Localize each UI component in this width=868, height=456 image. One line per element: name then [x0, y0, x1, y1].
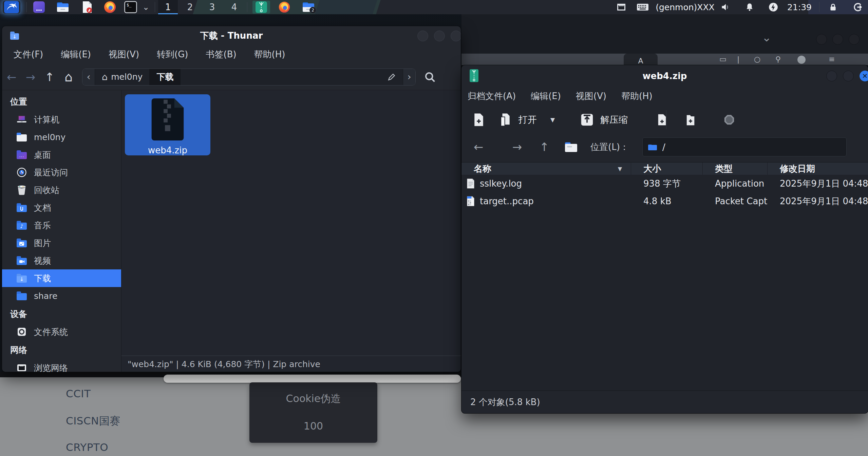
sidebar-item-share[interactable]: share: [2, 287, 121, 305]
breadcrumb-scroll-left[interactable]: ‹: [82, 69, 95, 85]
kali-menu-button[interactable]: [3, 1, 20, 14]
logout-button[interactable]: [850, 1, 865, 14]
sidebar-item-filesystem[interactable]: 文件系统: [2, 323, 121, 341]
workspace-4[interactable]: 4: [224, 0, 244, 14]
breadcrumb-scroll-right[interactable]: ›: [403, 69, 415, 85]
file-manager-launcher[interactable]: [54, 1, 71, 14]
add-folder-button[interactable]: [685, 114, 696, 126]
sidebar-toggle-icon[interactable]: ▭: [719, 55, 727, 63]
edit-path-button[interactable]: [380, 69, 403, 85]
task-button-file-manager[interactable]: 2: [299, 1, 318, 14]
challenge-card[interactable]: Cookie伪造 100: [249, 382, 377, 443]
column-header-size[interactable]: 大小: [631, 163, 703, 175]
back-icon[interactable]: ←: [469, 140, 488, 154]
sidebar-item-computer[interactable]: 计算机: [2, 111, 121, 128]
menu-view[interactable]: 视图(V): [109, 49, 139, 60]
avatar[interactable]: [797, 56, 806, 64]
sidebar-item-documents[interactable]: 文档: [2, 199, 121, 216]
column-header-date[interactable]: 修改日期: [768, 163, 868, 175]
menu-file[interactable]: 文件(F): [14, 49, 43, 60]
text-editor-launcher[interactable]: [79, 1, 95, 14]
back-icon[interactable]: ←: [2, 70, 21, 84]
search-button[interactable]: [424, 71, 436, 83]
notifications-tray-icon[interactable]: [742, 1, 757, 14]
launcher-dropdown-icon[interactable]: ⌄: [141, 1, 151, 14]
workspace-1[interactable]: 1: [158, 0, 178, 14]
category-link-crypto[interactable]: CRYPTO: [66, 441, 108, 453]
column-header-type[interactable]: 类型: [703, 163, 768, 175]
sidebar-item-downloads[interactable]: ↓ 下载: [2, 269, 121, 287]
menu-bookmarks[interactable]: 书签(B): [206, 49, 236, 60]
clock[interactable]: 21:39: [783, 1, 816, 14]
forward-icon[interactable]: →: [21, 70, 40, 84]
add-file-button[interactable]: [657, 114, 667, 126]
workspace-2[interactable]: 2: [180, 0, 200, 14]
forward-icon[interactable]: →: [508, 140, 527, 154]
archiver-titlebar[interactable]: web4.zip ✕: [461, 65, 868, 87]
sidebar-item-pictures[interactable]: 图片: [2, 234, 121, 252]
menu-help[interactable]: 帮助(H): [254, 49, 285, 60]
open-dropdown-icon[interactable]: ▼: [550, 116, 555, 123]
chevron-down-icon[interactable]: ⌄: [762, 31, 772, 44]
app-launcher-button[interactable]: [31, 1, 47, 14]
home-folder-button[interactable]: [564, 141, 578, 153]
ethernet-tray-icon[interactable]: [613, 1, 630, 14]
horizontal-scrollbar[interactable]: [164, 375, 461, 383]
sidebar-item-home[interactable]: mel0ny: [2, 128, 121, 146]
breadcrumb-current-button[interactable]: 下载: [150, 69, 181, 85]
browser-tab-partial[interactable]: A: [624, 54, 658, 65]
close-button[interactable]: ✕: [860, 71, 868, 81]
minimize-button[interactable]: [816, 34, 827, 45]
sidebar-item-desktop[interactable]: ... 桌面: [2, 146, 121, 164]
keyboard-tray-icon[interactable]: [633, 1, 652, 14]
task-button-archiver[interactable]: [252, 1, 270, 14]
firefox-launcher[interactable]: [102, 1, 118, 14]
power-manager-tray-icon[interactable]: [766, 1, 781, 14]
table-row[interactable]: target..pcap 4.8 kB Packet Capt... 2025年…: [461, 192, 868, 210]
sidebar-item-recent[interactable]: 最近访问: [2, 164, 121, 181]
table-row[interactable]: sslkey.log 938 字节 Application ... 2025年9…: [461, 175, 868, 192]
file-web4-zip[interactable]: web4.zip: [125, 94, 210, 155]
terminal-launcher[interactable]: $_: [122, 1, 139, 14]
menu-edit[interactable]: 编辑(E): [61, 49, 91, 60]
stop-button[interactable]: [723, 114, 735, 126]
menu-icon[interactable]: ≡: [829, 55, 835, 63]
up-icon[interactable]: ↑: [535, 140, 554, 154]
column-header-name[interactable]: 名称 ▼: [461, 163, 631, 175]
minimize-button[interactable]: [826, 71, 837, 81]
volume-tray-icon[interactable]: [717, 1, 734, 14]
maximize-button[interactable]: [843, 71, 854, 81]
maximize-button[interactable]: [832, 34, 843, 45]
extract-button[interactable]: [581, 113, 593, 127]
up-icon[interactable]: ↑: [40, 70, 59, 84]
category-link-ccit[interactable]: CCIT: [66, 387, 91, 400]
menu-edit[interactable]: 编辑(E): [531, 90, 561, 102]
lock-screen-button[interactable]: [825, 1, 841, 14]
workspace-3[interactable]: 3: [202, 0, 222, 14]
minimize-button[interactable]: [417, 31, 428, 41]
home-icon[interactable]: ⌂: [59, 70, 78, 84]
task-button-firefox[interactable]: [276, 1, 293, 14]
sidebar-item-trash[interactable]: 回收站: [2, 181, 121, 199]
location-input[interactable]: /: [642, 137, 847, 156]
new-archive-button[interactable]: [473, 113, 485, 127]
extract-button-label[interactable]: 解压缩: [600, 114, 628, 126]
menu-archive[interactable]: 归档文件(A): [468, 90, 516, 102]
close-button[interactable]: [849, 34, 860, 45]
menu-go[interactable]: 转到(G): [157, 49, 188, 60]
open-button-label[interactable]: 打开: [518, 114, 537, 126]
close-button[interactable]: [451, 31, 461, 41]
sidebar-item-videos[interactable]: 视频: [2, 252, 121, 269]
account-icon[interactable]: ⚲: [775, 55, 781, 63]
breadcrumb-home-button[interactable]: ⌂ mel0ny: [95, 69, 150, 85]
sidebar-item-music[interactable]: ♪ 音乐: [2, 216, 121, 234]
thunar-file-pane[interactable]: web4.zip "web4.zip" | 4.6 KiB (4,680 字节)…: [121, 90, 461, 372]
menu-view[interactable]: 视图(V): [576, 90, 606, 102]
category-link-ciscn[interactable]: CISCN国赛: [66, 414, 120, 428]
menu-help[interactable]: 帮助(H): [621, 90, 653, 102]
open-archive-button[interactable]: [499, 113, 511, 127]
sidebar-item-browse-network[interactable]: 浏览网络: [2, 359, 121, 372]
thunar-titlebar[interactable]: ↓ 下载 - Thunar: [2, 26, 461, 45]
reload-icon[interactable]: ○: [754, 55, 760, 63]
maximize-button[interactable]: [434, 31, 445, 41]
